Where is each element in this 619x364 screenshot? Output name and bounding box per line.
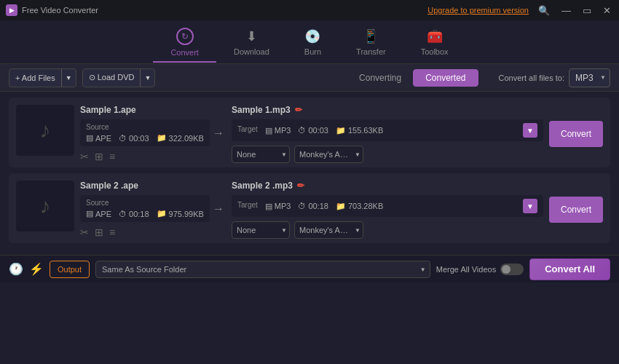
clock-icon[interactable]: 🕐: [9, 262, 23, 276]
merge-videos: Merge All Videos: [436, 264, 524, 275]
file1-source-meta: ▤ APE ⏱ 00:03 📁 322.09KB: [86, 133, 204, 143]
convert-icon: ↻: [176, 28, 194, 45]
file2-effect-select[interactable]: None: [232, 221, 290, 239]
file2-right: Sample 2 .mp3 ✏ Target ▤ MP3 ⏱ 00:18: [232, 181, 603, 239]
close-icon[interactable]: ✕: [601, 5, 613, 16]
file1-arrow: →: [213, 105, 224, 140]
file1-target-size: 📁 155.63KB: [336, 126, 383, 135]
nav-transfer[interactable]: 📱 Transfer: [339, 23, 403, 62]
file1-output-select[interactable]: Monkey's Au...: [294, 146, 363, 163]
title-bar-left: ▶ Free Video Converter: [6, 4, 98, 16]
file1-effect-select[interactable]: None: [232, 146, 290, 163]
nav-download[interactable]: ⬇ Download: [216, 23, 287, 62]
load-dvd-button[interactable]: ⊙ Load DVD ▼: [82, 68, 156, 87]
file2-source-name: Sample 2 .ape: [80, 181, 210, 191]
file1-target-format: ▤ MP3: [265, 126, 291, 135]
file2-crop-icon[interactable]: ⊞: [95, 226, 103, 238]
list-icon[interactable]: ≡: [109, 151, 115, 162]
output-button[interactable]: Output: [50, 261, 90, 278]
file1-duration: ⏱ 00:03: [119, 134, 149, 143]
file1-thumb: ♪: [16, 105, 74, 156]
file2-target-duration: ⏱ 00:18: [298, 202, 328, 210]
file2-cut-icon[interactable]: ✂: [80, 226, 89, 238]
file2-size: 📁 975.99KB: [157, 209, 204, 218]
file1-convert-button[interactable]: Convert: [549, 121, 603, 147]
file1-effect-wrap: None ▼: [232, 146, 290, 163]
file1-left: ♪ Sample 1.ape Source ▤ APE: [16, 105, 205, 162]
file1-source-label: Source: [86, 123, 204, 131]
nav-convert-label: Convert: [170, 48, 199, 57]
music-note-icon-2: ♪: [40, 194, 51, 218]
file1-target-col: Sample 1.mp3 ✏ Target ▤ MP3 ⏱ 00:03: [232, 105, 543, 163]
upgrade-link[interactable]: Upgrade to premium version: [427, 6, 529, 15]
file2-convert-button[interactable]: Convert: [549, 197, 603, 223]
file1-target-meta: Target ▤ MP3 ⏱ 00:03 📁 155.63KB: [237, 125, 383, 135]
nav-burn[interactable]: 💿 Burn: [287, 23, 339, 62]
burn-icon: 💿: [304, 28, 320, 44]
file1-info: Sample 1.ape Source ▤ APE ⏱ 00:03: [80, 105, 210, 162]
merge-toggle[interactable]: [500, 264, 524, 275]
file2-target-name-row: Sample 2 .mp3 ✏: [232, 181, 543, 191]
edit-icon-2[interactable]: ✏: [297, 181, 304, 191]
file-item-2: ♪ Sample 2 .ape Source ▤ APE: [9, 173, 610, 243]
music-note-icon: ♪: [40, 118, 51, 143]
file2-target-format: ▤ MP3: [265, 202, 291, 211]
title-bar-right: Upgrade to premium version 🔍 — ▭ ✕: [427, 5, 613, 16]
file1-output-wrap: Monkey's Au... ▼: [294, 146, 363, 163]
file2-left: ♪ Sample 2 .ape Source ▤ APE: [16, 181, 205, 238]
file1-right: Sample 1.mp3 ✏ Target ▤ MP3 ⏱ 00:03: [232, 105, 603, 163]
maximize-icon[interactable]: ▭: [580, 5, 594, 16]
file2-source-label: Source: [86, 199, 204, 207]
title-bar: ▶ Free Video Converter Upgrade to premiu…: [0, 0, 619, 20]
nav-toolbox[interactable]: 🧰 Toolbox: [403, 23, 466, 62]
file1-source-name: Sample 1.ape: [80, 105, 210, 115]
add-files-arrow[interactable]: ▼: [62, 69, 76, 87]
load-dvd-label: ⊙ Load DVD: [89, 73, 135, 82]
search-icon[interactable]: 🔍: [536, 5, 552, 16]
nav-download-label: Download: [234, 47, 269, 56]
edit-icon-1[interactable]: ✏: [295, 105, 302, 115]
app-icon: ▶: [6, 4, 17, 16]
file2-output-select[interactable]: Monkey's Au...: [294, 221, 363, 239]
file1-target-duration: ⏱ 00:03: [298, 126, 328, 135]
file2-target-box: Target ▤ MP3 ⏱ 00:18 📁 703.28KB: [232, 195, 543, 217]
nav-toolbox-label: Toolbox: [421, 47, 449, 56]
file2-target-col: Sample 2 .mp3 ✏ Target ▤ MP3 ⏱ 00:18: [232, 181, 543, 239]
load-dvd-main[interactable]: ⊙ Load DVD: [83, 69, 141, 87]
bottom-bar: 🕐 ⚡ Output Same As Source Folder ▼ Merge…: [0, 255, 619, 282]
file2-target-expand-button[interactable]: ▼: [523, 199, 537, 213]
convert-all-button[interactable]: Convert All: [529, 258, 610, 280]
output-path-select[interactable]: Same As Source Folder: [95, 261, 430, 278]
tab-group: Converting Converted: [347, 69, 478, 87]
add-files-label: + Add Files: [15, 74, 55, 82]
file1-target-expand-button[interactable]: ▼: [523, 123, 537, 138]
nav-convert[interactable]: ↻ Convert: [153, 22, 216, 63]
top-nav: ↻ Convert ⬇ Download 💿 Burn 📱 Transfer 🧰…: [0, 20, 619, 64]
nav-transfer-label: Transfer: [356, 47, 386, 56]
file2-duration: ⏱ 00:18: [119, 210, 149, 218]
file2-list-icon[interactable]: ≡: [109, 226, 115, 238]
minimize-icon[interactable]: —: [559, 5, 573, 16]
file2-effect-wrap: None ▼: [232, 221, 290, 239]
toolbar: + Add Files ▼ ⊙ Load DVD ▼ Converting Co…: [0, 64, 619, 92]
app-title: Free Video Converter: [22, 6, 98, 15]
file1-size: 📁 322.09KB: [157, 133, 204, 143]
cut-icon[interactable]: ✂: [80, 151, 89, 162]
add-files-main[interactable]: + Add Files: [9, 69, 62, 87]
format-select[interactable]: MP3 MP4 AVI MKV WAV: [569, 68, 610, 87]
file2-thumb: ♪: [16, 181, 74, 232]
output-path-wrap: Same As Source Folder ▼: [95, 261, 430, 278]
convert-all-label: Convert all files to:: [499, 74, 564, 82]
add-files-button[interactable]: + Add Files ▼: [9, 68, 76, 87]
tab-converting[interactable]: Converting: [347, 70, 413, 86]
lightning-icon[interactable]: ⚡: [29, 262, 44, 276]
file2-arrow: →: [213, 181, 224, 215]
file1-source-box: Source ▤ APE ⏱ 00:03 📁: [80, 119, 210, 146]
nav-burn-label: Burn: [304, 47, 321, 56]
format-select-wrap: MP3 MP4 AVI MKV WAV ▼: [569, 68, 610, 87]
crop-icon[interactable]: ⊞: [95, 151, 103, 162]
file1-target-name-row: Sample 1.mp3 ✏: [232, 105, 543, 115]
file2-target-size: 📁 703.28KB: [336, 202, 383, 211]
load-dvd-arrow[interactable]: ▼: [141, 69, 154, 87]
tab-converted[interactable]: Converted: [413, 69, 478, 87]
